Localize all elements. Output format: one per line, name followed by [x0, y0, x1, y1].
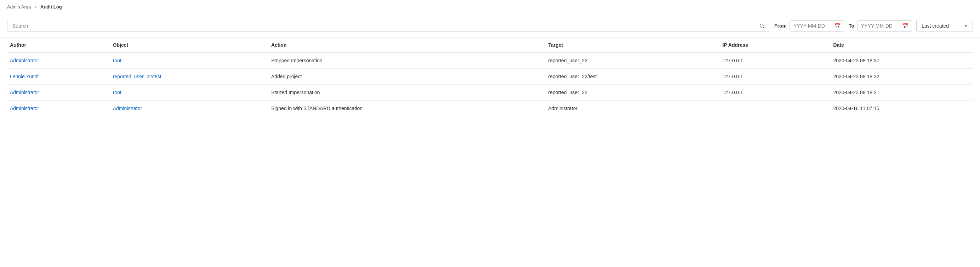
breadcrumb-separator: > [34, 4, 37, 10]
to-date-input[interactable] [861, 23, 900, 29]
table-row: AdministratorrootStopped Impersonationre… [7, 52, 973, 69]
to-date-input-wrapper: 📅 [857, 20, 912, 32]
from-calendar-icon: 📅 [835, 23, 840, 29]
action-cell: Signed in with STANDARD authentication [268, 100, 546, 116]
author-link[interactable]: Lennie Yundt [10, 74, 39, 79]
object-link[interactable]: root [113, 58, 121, 64]
table-row: AdministratorAdministratorSigned in with… [7, 100, 973, 116]
to-label: To [849, 23, 854, 29]
chevron-down-icon: ▼ [964, 24, 967, 28]
from-label: From [774, 23, 787, 29]
toolbar: From 📅 To 📅 Last created ▼ [0, 14, 980, 38]
svg-line-1 [763, 27, 764, 28]
author-link[interactable]: Administrator [10, 58, 39, 64]
table-row: AdministratorrootStarted Impersonationre… [7, 85, 973, 100]
table-row: Lennie Yundtreported_user_22/testAdded p… [7, 69, 973, 85]
target-cell: Administrator [546, 100, 720, 116]
audit-log-table: Author Object Action Target IP Address D… [7, 38, 973, 116]
table-header: Author Object Action Target IP Address D… [7, 38, 973, 52]
breadcrumb-parent[interactable]: Admin Area [7, 4, 31, 10]
object-link[interactable]: reported_user_22/test [113, 74, 161, 79]
search-wrapper [7, 20, 770, 32]
sort-label: Last created [921, 23, 949, 29]
col-header-author: Author [7, 38, 110, 52]
date-from-group: From 📅 [774, 20, 845, 32]
object-link[interactable]: Administrator [113, 105, 142, 111]
date-cell: 2020-04-23 08:18:32 [830, 69, 973, 85]
table-body: AdministratorrootStopped Impersonationre… [7, 52, 973, 116]
action-cell: Started Impersonation [268, 85, 546, 100]
author-link[interactable]: Administrator [10, 105, 39, 111]
target-cell: reported_user_22 [546, 85, 720, 100]
from-date-input-wrapper: 📅 [789, 20, 845, 32]
target-cell: reported_user_22/test [546, 69, 720, 85]
col-header-date: Date [830, 38, 973, 52]
col-header-ip: IP Address [719, 38, 830, 52]
date-cell: 2020-04-23 08:18:21 [830, 85, 973, 100]
ip-cell [719, 100, 830, 116]
search-input[interactable] [8, 20, 754, 32]
col-header-target: Target [546, 38, 720, 52]
breadcrumb: Admin Area > Audit Log [0, 0, 980, 14]
audit-log-table-container: Author Object Action Target IP Address D… [0, 38, 980, 116]
to-calendar-icon: 📅 [902, 23, 908, 29]
col-header-object: Object [110, 38, 268, 52]
table-header-row: Author Object Action Target IP Address D… [7, 38, 973, 52]
date-to-group: To 📅 [849, 20, 912, 32]
search-button[interactable] [754, 20, 770, 32]
target-cell: reported_user_22 [546, 52, 720, 69]
from-date-input[interactable] [794, 23, 832, 29]
search-icon [759, 23, 765, 29]
date-cell: 2020-04-16 11:07:15 [830, 100, 973, 116]
ip-cell: 127.0.0.1 [719, 85, 830, 100]
sort-dropdown[interactable]: Last created ▼ [916, 20, 973, 32]
col-header-action: Action [268, 38, 546, 52]
breadcrumb-current: Audit Log [40, 4, 62, 10]
object-link[interactable]: root [113, 90, 121, 95]
ip-cell: 127.0.0.1 [719, 69, 830, 85]
ip-cell: 127.0.0.1 [719, 52, 830, 69]
author-link[interactable]: Administrator [10, 90, 39, 95]
action-cell: Stopped Impersonation [268, 52, 546, 69]
action-cell: Added project [268, 69, 546, 85]
date-cell: 2020-04-23 08:18:37 [830, 52, 973, 69]
